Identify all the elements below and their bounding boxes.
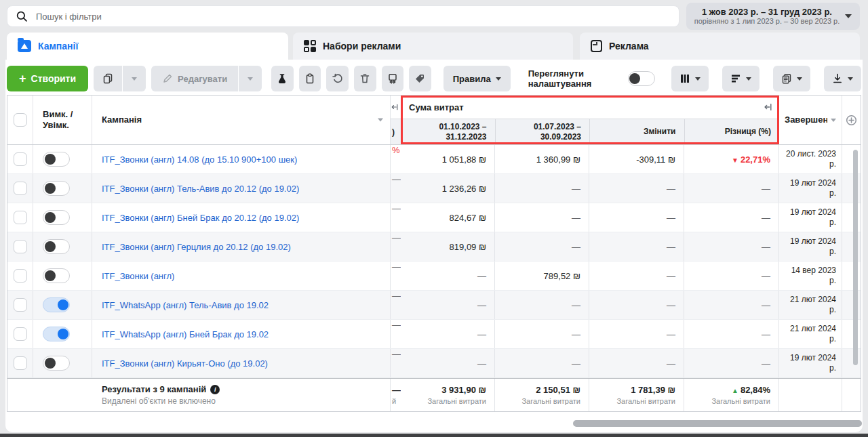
campaign-toggle[interactable] <box>43 181 70 196</box>
clipboard-button[interactable] <box>299 66 321 91</box>
breakdown-icon <box>730 73 741 84</box>
campaign-toggle[interactable] <box>43 297 70 312</box>
campaign-name-link[interactable]: ITF_Звонки (англ) 14.08 (до 15.10 900+10… <box>102 154 297 165</box>
download-icon <box>832 73 843 84</box>
undo-icon <box>332 73 343 84</box>
tab-adsets[interactable]: Набори реклами <box>293 33 573 60</box>
clipped-fragment: — <box>391 262 401 272</box>
spend-column-group: Сума витрат 01.10.2023 –31.12.202301.07.… <box>401 96 779 144</box>
row-checkbox[interactable] <box>14 298 27 312</box>
tag-icon <box>414 73 425 84</box>
columns-button[interactable] <box>671 66 709 91</box>
end-date-column-header[interactable]: Завершен <box>779 96 842 144</box>
create-button[interactable]: + Створити <box>7 66 88 91</box>
chevron-down-icon <box>848 77 853 81</box>
tab-ads[interactable]: Реклама <box>580 33 860 60</box>
adsets-grid-icon <box>304 40 316 52</box>
row-checkbox[interactable] <box>14 356 27 370</box>
spend-previous-cell: — <box>572 213 580 223</box>
undo-button[interactable] <box>326 66 349 91</box>
campaign-toggle[interactable] <box>43 327 70 341</box>
clipped-fragment: — <box>391 174 401 184</box>
table-footer-row: Результати з 9 кампаній i Видалені об'єк… <box>7 378 861 411</box>
tab-adsets-label: Набори реклами <box>323 41 401 51</box>
clipped-fragment: — <box>391 349 401 359</box>
columns-icon <box>679 73 690 84</box>
campaign-name-link[interactable]: ITF_WhatsApp (англ) Тель-Авив до 19.02 <box>102 300 269 310</box>
change-cell: — <box>667 242 675 252</box>
end-date-cell: 20 лист. 2023 р. <box>785 149 836 169</box>
end-date-cell: 21 лют 2024 р. <box>785 324 836 344</box>
spend-current-cell: — <box>477 300 486 310</box>
campaign-name-link[interactable]: ITF_WhatsApp (англ) Бней Брак до 19.02 <box>102 329 269 339</box>
row-checkbox[interactable] <box>14 152 27 166</box>
duplicate-split-button <box>94 66 146 91</box>
vertical-scrollbar[interactable] <box>853 150 858 365</box>
edit-button[interactable]: Редагувати <box>151 66 238 91</box>
swap-assets-button[interactable] <box>382 66 404 91</box>
campaign-name-link[interactable]: ITF_Звонки (англ) Тель-Авив до 20.12 (до… <box>102 184 299 194</box>
change-cell: — <box>667 213 675 223</box>
pencil-icon <box>162 73 173 84</box>
plus-icon: + <box>19 72 26 85</box>
difference-pct-cell: — <box>762 184 770 194</box>
reports-button[interactable] <box>773 66 810 91</box>
duplicate-dropdown-button[interactable] <box>123 66 146 91</box>
ab-test-button[interactable] <box>271 66 294 91</box>
tag-button[interactable] <box>409 66 431 91</box>
review-settings-toggle[interactable] <box>628 71 655 86</box>
duplicate-button[interactable] <box>94 66 122 91</box>
spend-previous-cell: — <box>572 242 580 252</box>
add-column-icon[interactable] <box>846 115 857 126</box>
horizontal-scrollbar[interactable] <box>573 420 862 427</box>
spend-previous-cell: 1 360,99 ₪ <box>536 154 580 165</box>
sort-caret-icon <box>378 119 383 122</box>
rules-button[interactable]: Правила <box>443 66 511 91</box>
campaign-name-link[interactable]: ITF_Звонки (англ) Кирьят-Оно (до 19.02) <box>102 358 268 369</box>
review-settings-label: Переглянути налаштування <box>528 68 623 89</box>
table-row: ITF_Звонки (англ) 14.08 (до 15.10 900+10… <box>7 145 861 174</box>
tab-campaigns[interactable]: Кампанії <box>7 33 288 60</box>
delete-button[interactable] <box>354 66 376 91</box>
campaign-name-link[interactable]: ITF_Звонки (англ) <box>102 271 174 281</box>
campaign-name-link[interactable]: ITF_Звонки (англ) Герцлия до 20.12 (до 1… <box>102 242 291 252</box>
row-checkbox[interactable] <box>14 240 27 253</box>
row-checkbox[interactable] <box>14 182 27 195</box>
end-date-cell: 21 лют 2024 р. <box>785 295 836 315</box>
row-checkbox[interactable] <box>14 269 27 283</box>
breakdown-button[interactable] <box>722 66 760 91</box>
difference-pct-cell: ▼22,71% <box>732 154 770 165</box>
table-row: ITF_Звонки (англ) Кирьят-Оно (до 19.02) … <box>7 349 861 378</box>
campaign-toggle[interactable] <box>43 268 70 283</box>
table-header: Вимк. / Увімк. Кампанія ) Сума витрат <box>7 96 861 145</box>
collapse-left-icon[interactable] <box>763 102 772 112</box>
campaigns-table: Вимк. / Увімк. Кампанія ) Сума витрат <box>7 95 861 412</box>
chevron-down-icon <box>797 77 802 81</box>
export-button[interactable] <box>824 66 861 91</box>
search-bar[interactable]: Пошук і фільтри <box>7 5 679 27</box>
flask-icon <box>277 73 288 84</box>
clipboard-icon <box>304 73 315 84</box>
spend-current-cell: 824,67 ₪ <box>450 213 486 223</box>
row-checkbox[interactable] <box>14 211 27 224</box>
campaign-column-header[interactable]: Кампанія <box>92 96 391 144</box>
campaign-toggle[interactable] <box>43 210 70 225</box>
campaign-toggle[interactable] <box>43 239 70 254</box>
spend-previous-cell: — <box>572 184 580 194</box>
date-range-picker[interactable]: 1 жов 2023 р. – 31 груд 2023 р. порівнян… <box>686 3 860 30</box>
row-checkbox[interactable] <box>14 327 27 341</box>
campaign-toggle[interactable] <box>43 152 70 167</box>
info-icon[interactable]: i <box>210 385 220 394</box>
campaign-folder-icon <box>18 40 31 52</box>
table-row: ITF_WhatsApp (англ) Тель-Авив до 19.02 —… <box>7 291 861 320</box>
date-compare: порівняно з 1 лип 2023 р. – 30 вер 2023 … <box>694 17 840 26</box>
campaign-name-link[interactable]: ITF_Звонки (англ) Бней Брак до 20.12 (до… <box>102 213 299 223</box>
duplicate-icon <box>102 73 113 84</box>
campaign-toggle[interactable] <box>43 356 70 371</box>
end-date-cell: 19 лют 2024 р. <box>785 236 836 257</box>
chevron-down-icon <box>248 77 253 81</box>
add-column-cell <box>842 96 861 144</box>
select-all-checkbox[interactable] <box>14 113 27 127</box>
edit-dropdown-button[interactable] <box>239 66 262 91</box>
bottom-edge-strip <box>0 434 868 437</box>
